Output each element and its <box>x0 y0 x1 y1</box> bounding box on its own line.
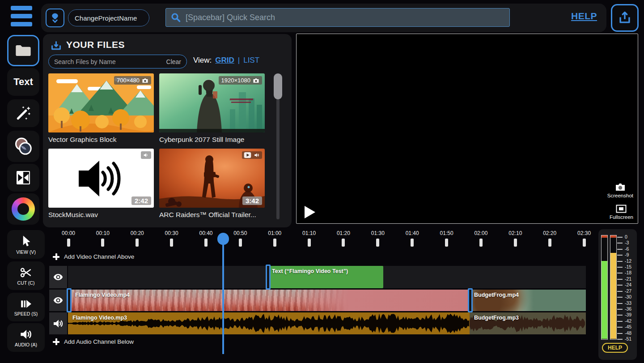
help-link[interactable]: HELP <box>571 11 597 21</box>
view-grid-button[interactable]: GRID <box>215 56 234 65</box>
db-tick <box>617 261 623 262</box>
resolution-badge: 1920×1080 <box>219 76 262 85</box>
budgetfrog-video-clip[interactable]: BudgetFrog.mp4 <box>470 290 586 311</box>
file-name: StockMusic.wav <box>48 211 154 219</box>
tool-audio-button[interactable]: AUDIO (A) <box>7 323 45 352</box>
sidebar-item-text[interactable]: Text <box>7 68 39 96</box>
search-icon <box>170 12 181 23</box>
db-tick <box>617 303 623 304</box>
file-card-cyberpunk[interactable]: 1920×1080 Cyberpunk 2077 Still Image <box>159 73 265 144</box>
screenshot-button[interactable]: Screenshot <box>607 183 633 198</box>
fullscreen-button[interactable]: Fullscreen <box>610 205 633 220</box>
speaker-large-icon <box>74 157 128 200</box>
add-video-channel-button[interactable]: Add Video Channel Above <box>53 253 134 260</box>
project-name-input[interactable] <box>68 9 149 26</box>
ruler-tick <box>101 239 104 247</box>
speaker-icon <box>143 152 149 158</box>
file-name: Vector Graphics Block <box>48 136 154 144</box>
view-list-button[interactable]: LIST <box>243 56 259 65</box>
project-save-button[interactable] <box>46 9 64 27</box>
folder-icon <box>14 43 32 58</box>
db-label: -12 <box>625 258 631 264</box>
file-card-arc-raiders[interactable]: 3:42 ARC Raiders™ Official Trailer... <box>159 149 265 219</box>
text-tool-label: Text <box>13 76 33 88</box>
db-label: -42 <box>625 318 631 324</box>
view-toggle: View: GRID | LIST <box>193 56 259 65</box>
ruler-tick <box>411 239 414 247</box>
timeline-help-button[interactable]: HELP <box>602 343 628 353</box>
speaker-icon <box>52 318 64 329</box>
view-divider: | <box>238 56 240 65</box>
db-label: -15 <box>625 264 631 269</box>
tool-cut-button[interactable]: CUT (C) <box>7 261 45 290</box>
db-tick <box>617 333 623 334</box>
ruler-tick <box>376 239 379 247</box>
download-icon <box>50 40 62 52</box>
ruler-tick <box>170 239 173 247</box>
file-thumbnail: 2:42 <box>48 149 154 208</box>
db-label: -21 <box>625 276 631 282</box>
export-button[interactable] <box>611 4 639 32</box>
track3-mute-toggle[interactable] <box>49 312 67 334</box>
db-tick <box>617 237 623 238</box>
file-card-stockmusic[interactable]: 2:42 StockMusic.wav <box>48 149 154 219</box>
flamingo-clip-trim-handle[interactable] <box>67 288 72 312</box>
sidebar-item-transitions[interactable] <box>7 164 39 192</box>
fullscreen-label: Fullscreen <box>610 214 633 220</box>
files-panel-title: YOUR FILES <box>66 39 125 50</box>
track2-visibility-toggle[interactable] <box>49 290 67 311</box>
ruler-time-label: 00:40 <box>192 230 219 236</box>
blend-circles-icon <box>13 136 34 157</box>
db-label: -27 <box>625 288 631 294</box>
sidebar-item-filters[interactable] <box>7 131 39 162</box>
files-search-input[interactable] <box>54 58 166 65</box>
flamingo-video-clip[interactable]: Flamingo Video.mp4 <box>68 290 470 311</box>
db-tick <box>617 327 623 328</box>
sidebar-item-files[interactable] <box>7 35 39 66</box>
db-label: -6 <box>625 246 629 252</box>
db-label: -18 <box>625 270 631 275</box>
add-audio-channel-button[interactable]: Add Audio Channel Below <box>53 338 134 345</box>
db-tick <box>617 339 623 340</box>
file-card-vector-graphics[interactable]: 700×480 Vector Graphics Block <box>48 73 154 144</box>
play-button[interactable] <box>305 206 315 218</box>
ruler-tick <box>583 239 586 247</box>
text-clip[interactable]: Text (“Flamingo Video Test”) <box>267 266 383 288</box>
audio-meter-left <box>601 235 608 340</box>
budgetfrog-clip-trim-handle[interactable] <box>468 288 473 312</box>
tool-view-button[interactable]: VIEW (V) <box>7 230 45 259</box>
db-label: -39 <box>625 312 631 317</box>
video-audio-type-badge <box>242 151 262 159</box>
text-clip-trim-handle[interactable] <box>266 265 271 290</box>
eye-icon <box>52 295 64 306</box>
db-label: -33 <box>625 300 631 306</box>
duration-badge: 2:42 <box>131 196 151 205</box>
files-scrollbar-thumb[interactable] <box>274 73 282 99</box>
playhead-handle[interactable] <box>217 233 229 245</box>
db-label: -30 <box>625 294 631 299</box>
db-label: -36 <box>625 306 631 312</box>
ruler-time-label: 00:20 <box>124 230 151 236</box>
db-label: -9 <box>625 252 629 257</box>
file-thumbnail: 700×480 <box>48 73 154 132</box>
db-label: -51 <box>625 336 631 342</box>
track1-visibility-toggle[interactable] <box>49 266 67 288</box>
sidebar-item-effects[interactable] <box>7 99 39 127</box>
tool-speed-button[interactable]: SPEED (S) <box>7 293 45 321</box>
hamburger-menu-button[interactable] <box>11 6 32 27</box>
sidebar-item-colors[interactable] <box>7 193 39 225</box>
camera-icon <box>142 78 148 83</box>
quick-search-input[interactable] <box>186 13 505 22</box>
db-label: -24 <box>625 282 631 287</box>
files-search[interactable]: Clear <box>48 55 187 68</box>
files-search-clear-button[interactable]: Clear <box>166 58 181 65</box>
quick-search[interactable] <box>165 8 510 27</box>
speaker-icon <box>253 152 260 158</box>
duration-badge: 3:42 <box>242 196 262 205</box>
db-tick <box>617 315 623 316</box>
ruler-tick <box>136 239 139 247</box>
db-label: -45 <box>625 324 631 329</box>
flamingo-audio-clip[interactable]: Flamingo Video.mp3 <box>68 312 470 334</box>
meter-clip-indicator <box>602 235 607 238</box>
budgetfrog-audio-clip[interactable]: BudgetFrog.mp3 <box>470 312 586 334</box>
